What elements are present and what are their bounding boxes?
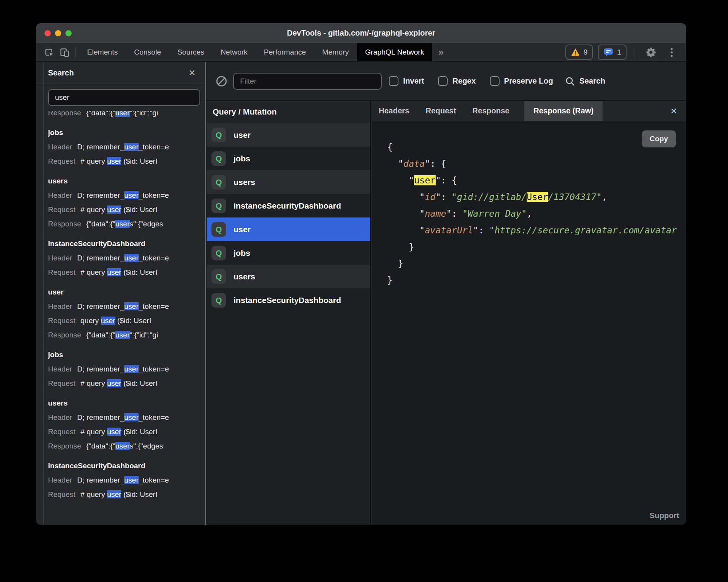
close-detail-icon[interactable]: ×	[671, 106, 677, 116]
tab-performance[interactable]: Performance	[256, 43, 314, 61]
match-text: D; remember_	[77, 365, 124, 373]
search-result-heading[interactable]: jobs	[48, 347, 205, 362]
search-result-label: Response	[48, 442, 81, 450]
search-result-heading[interactable]: users	[48, 174, 205, 188]
tab-memory[interactable]: Memory	[314, 43, 357, 61]
message-count: 1	[617, 48, 621, 56]
checkbox-preserve-log[interactable]: Preserve Log	[490, 76, 553, 86]
warning-count: 9	[584, 48, 588, 56]
detail-tab-response-raw[interactable]: Response (Raw)	[524, 101, 603, 121]
search-result-heading[interactable]: instanceSecurityDashboard	[48, 236, 205, 251]
search-result-row[interactable]: Request# query user ($id: UserI	[48, 265, 205, 279]
query-list-item-user[interactable]: Quser	[207, 123, 370, 147]
search-result-label: Request	[48, 428, 76, 436]
search-result-row[interactable]: Request# query user ($id: UserI	[48, 202, 205, 217]
checkbox-box-icon[interactable]	[490, 76, 500, 86]
search-result-label: Header	[48, 476, 72, 484]
query-icon: Q	[211, 222, 226, 237]
device-toolbar-button[interactable]	[57, 45, 72, 59]
search-result-row[interactable]: Response{"data":{"user":{"id":"gi	[48, 328, 205, 342]
messages-badge[interactable]: 1	[598, 45, 627, 60]
checkbox-regex[interactable]: Regex	[438, 76, 476, 86]
search-result-row[interactable]: Request# query user ($id: UserI	[48, 425, 205, 439]
json-line: "user": {	[387, 172, 686, 189]
tab-graphql-network[interactable]: GraphQL Network	[357, 43, 432, 61]
search-result-heading[interactable]: jobs	[48, 125, 205, 140]
json-punctuation: "	[387, 175, 414, 185]
checkbox-box-icon[interactable]	[389, 76, 398, 86]
query-list-item-instancesecuritydashboard[interactable]: QinstanceSecurityDashboard	[207, 288, 370, 312]
search-result-heading[interactable]: instanceSecurityDashboard	[48, 459, 205, 473]
search-result-row[interactable]: HeaderD; remember_user_token=e	[48, 251, 205, 265]
json-punctuation: ,	[602, 192, 607, 202]
search-input[interactable]	[48, 89, 200, 106]
zoom-window-button[interactable]	[65, 30, 72, 36]
query-list-item-users[interactable]: Qusers	[207, 265, 370, 288]
query-list-item-jobs[interactable]: Qjobs	[207, 147, 370, 170]
detail-tab-response[interactable]: Response	[472, 106, 510, 115]
detail-tab-headers[interactable]: Headers	[379, 106, 409, 115]
close-search-icon[interactable]: ×	[189, 67, 195, 78]
search-result-row[interactable]: HeaderD; remember_user_token=e	[48, 410, 205, 425]
close-window-button[interactable]	[45, 30, 51, 36]
match-highlight: user	[124, 365, 139, 373]
query-list-item-instancesecuritydashboard[interactable]: QinstanceSecurityDashboard	[207, 194, 370, 217]
toolbar-separator	[635, 47, 635, 57]
search-result-row[interactable]: Request# query user ($id: UserI	[48, 487, 205, 502]
search-result-heading[interactable]: user	[48, 285, 205, 299]
match-highlight: user	[124, 413, 139, 421]
json-string: "gid://gitlab/	[452, 192, 527, 202]
inspect-element-button[interactable]	[41, 45, 57, 59]
match-highlight: user	[115, 111, 130, 117]
checkbox-invert[interactable]: Invert	[389, 76, 424, 86]
copy-button[interactable]: Copy	[642, 130, 676, 147]
search-result-label: Request	[48, 205, 76, 214]
search-toggle-button[interactable]: Search	[565, 76, 605, 87]
more-tabs-button[interactable]: »	[432, 47, 450, 58]
search-result-row[interactable]: Response{"data":{"users":{"edges	[48, 439, 205, 453]
query-icon: Q	[211, 269, 226, 284]
toolbar-separator	[76, 47, 76, 57]
search-result-row[interactable]: HeaderD; remember_user_token=e	[48, 140, 205, 154]
match-highlight: user	[107, 490, 121, 498]
search-result-row[interactable]: HeaderD; remember_user_token=e	[48, 362, 205, 376]
menu-button[interactable]	[664, 45, 679, 59]
query-list-item-label: users	[234, 178, 255, 187]
match-text: s":{"edges	[130, 220, 163, 228]
checkbox-label: Invert	[403, 77, 424, 86]
support-link[interactable]: Support	[649, 511, 679, 520]
match-highlight: user	[107, 428, 121, 436]
tab-elements[interactable]: Elements	[79, 43, 126, 61]
tab-network[interactable]: Network	[213, 43, 256, 61]
search-result-label: Header	[48, 365, 72, 373]
search-result-row[interactable]: Request# query user ($id: UserI	[48, 376, 205, 390]
query-list-item-user[interactable]: Quser	[207, 217, 370, 241]
json-punctuation: "	[387, 209, 425, 219]
warnings-badge[interactable]: 9	[565, 45, 593, 60]
match-text: # query	[81, 205, 107, 214]
search-result-row[interactable]: HeaderD; remember_user_token=e	[48, 473, 205, 487]
filter-input[interactable]	[233, 73, 382, 90]
tab-console[interactable]: Console	[126, 43, 169, 61]
search-result-row[interactable]: HeaderD; remember_user_token=e	[48, 299, 205, 313]
settings-button[interactable]	[643, 45, 659, 59]
detail-panel: HeadersRequestResponseResponse (Raw) × C…	[372, 101, 686, 525]
tab-sources[interactable]: Sources	[169, 43, 213, 61]
query-list-item-jobs[interactable]: Qjobs	[207, 241, 370, 265]
search-result-row[interactable]: Response{"data":{"users":{"edges	[48, 217, 205, 231]
clear-filter-button[interactable]	[215, 74, 228, 88]
detail-tab-request[interactable]: Request	[426, 106, 456, 115]
search-result-row[interactable]: Request# query user ($id: UserI	[48, 154, 205, 168]
search-result-row[interactable]: Requestquery user ($id: UserI	[48, 313, 205, 328]
devtools-tabs: ElementsConsoleSourcesNetworkPerformance…	[79, 43, 432, 61]
json-punctuation: ":	[473, 225, 489, 235]
search-result-row[interactable]: Response{"data":{"user":{"id":"gi	[48, 111, 205, 120]
query-list-item-users[interactable]: Qusers	[207, 170, 370, 194]
checkbox-box-icon[interactable]	[438, 76, 448, 86]
message-icon	[603, 48, 613, 57]
minimize-window-button[interactable]	[55, 30, 61, 36]
search-result-label: Request	[48, 490, 76, 498]
filter-bar: InvertRegexPreserve Log Search	[207, 62, 686, 101]
search-result-heading[interactable]: users	[48, 396, 205, 410]
search-result-row[interactable]: HeaderD; remember_user_token=e	[48, 188, 205, 202]
